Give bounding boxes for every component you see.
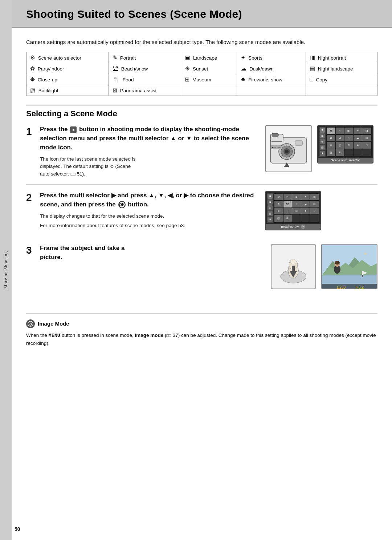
svg-point-5 (285, 150, 289, 153)
svg-point-26 (335, 261, 340, 265)
table-cell: ▧ Backlight (26, 85, 109, 96)
lcd-scene-cell: 🍴 (336, 142, 344, 149)
image-mode-heading: Image Mode (38, 321, 69, 327)
svg-point-18 (364, 253, 367, 255)
lcd-scene-cell: ✦ (354, 128, 362, 134)
step-1-camera-diagram: ★/SCENE (265, 125, 312, 172)
museum-icon: ⊞ (185, 76, 189, 83)
table-cell: ◨ Night portrait (306, 52, 377, 63)
svg-rect-6 (295, 141, 302, 145)
lcd-mode-icon-5: ★ (320, 151, 325, 156)
camera-diagram-svg: ★/SCENE (267, 127, 310, 170)
lcd-scene-cell: ▤ (362, 135, 371, 141)
step-2-sub-text-2: For more information about features of s… (40, 222, 258, 229)
step-1-main-text: Press the ■ button in shooting mode to d… (40, 125, 258, 152)
table-cell: ⊠ Panorama assist (109, 85, 181, 96)
lcd-scene-cell: ⛱ (336, 135, 344, 141)
lcd2-scene-cell: 🍴 (283, 208, 292, 214)
side-tab: More on Shooting (0, 0, 12, 540)
lcd-scene-cell: ◨ (362, 128, 371, 134)
night-portrait-icon: ◨ (310, 54, 315, 61)
step-2-sub-text-1: The display changes to that for the sele… (40, 213, 258, 220)
image-mode-q-icon: Q (26, 320, 34, 328)
sunset-icon: ☀ (185, 65, 190, 72)
lcd-scene-cell: ⊠ (336, 149, 344, 156)
lcd-scene-cell (362, 149, 371, 156)
table-row: ▧ Backlight ⊠ Panorama assist (26, 85, 377, 96)
step-1-images: ★/SCENE ■ ▣ ◎ (265, 125, 377, 178)
table-cell: ✎ Portrait (109, 52, 181, 63)
side-tab-label: More on Shooting (3, 251, 9, 289)
step-3-main-text: Frame the subject and take apicture. (40, 244, 264, 262)
step-2-main-text: Press the multi selector ▶ and press ▲, … (40, 191, 258, 209)
dusk-icon: ☁ (241, 65, 246, 72)
image-mode-section: Q Image Mode When the MENU button is pre… (26, 313, 377, 347)
lcd2-scene-cell (292, 215, 301, 222)
backlight-icon: ▧ (30, 87, 36, 94)
lcd2-scene-cell: ◨ (310, 194, 319, 200)
table-cell (237, 85, 306, 96)
svg-rect-16 (292, 266, 295, 272)
table-cell: ❋ Close-up (26, 74, 109, 85)
table-cell: ▤ Night landscape (306, 63, 377, 74)
lcd-mode-icon-3: ◎ (320, 139, 325, 144)
beach-icon: ⛱ (113, 65, 118, 72)
lcd2-scene-cell: ⊠ (283, 215, 292, 222)
table-cell (306, 85, 377, 96)
party-icon: ✿ (30, 65, 35, 72)
lcd2-scene-cell: ▤ (310, 201, 319, 207)
camera-button-icon: ■ (70, 126, 77, 133)
title-bar: Shooting Suited to Scenes (Scene Mode) (12, 0, 392, 28)
lcd-help-icon: ? (301, 225, 305, 229)
table-cell: ⛱ Beach/snow (109, 63, 181, 74)
lcd-scene-cell: ✎ (336, 128, 344, 134)
panorama-icon: ⊠ (113, 87, 117, 94)
page-container: More on Shooting Shooting Suited to Scen… (0, 0, 392, 540)
lcd-scene-cell (344, 149, 353, 156)
lcd2-scene-cell: ☁ (301, 201, 310, 207)
step-1-sub-text: The icon for the last scene mode selecte… (40, 156, 258, 178)
lcd-scene-cell: ☀ (344, 135, 353, 141)
lcd2-scene-cell (301, 215, 310, 222)
step-2: 2 Press the multi selector ▶ and press ▲… (26, 191, 377, 237)
scene-photo: 1/250 F3.2 (321, 244, 377, 289)
lcd2-scene-cell: ⊞ (292, 208, 301, 214)
sports-icon: ✦ (241, 54, 245, 61)
image-mode-icon: Q (26, 319, 35, 328)
shutter-diagram (271, 244, 316, 289)
lcd-scene-cell (354, 149, 362, 156)
lcd2-scene-cell: ✸ (301, 208, 310, 214)
table-row: ⚙ Scene auto selector ✎ Portrait ▣ Lands… (26, 52, 377, 63)
image-mode-body: When the MENU button is pressed in scene… (26, 332, 377, 347)
page-title: Shooting Suited to Scenes (Scene Mode) (26, 8, 377, 20)
lcd2-scene-cell: ✦ (301, 194, 310, 200)
table-cell: ⊞ Museum (181, 74, 237, 85)
steps-container: 1 Press the ■ button in shooting mode to… (26, 125, 377, 302)
lcd-scene-cell: ✸ (354, 142, 362, 149)
lcd-mode-icon-2: ▣ (320, 133, 325, 138)
step-1-body: Press the ■ button in shooting mode to d… (40, 125, 265, 178)
svg-rect-7 (272, 133, 278, 137)
table-row: ✿ Party/indoor ⛱ Beach/snow ☀ Sunset ☁ D… (26, 63, 377, 74)
step-3-images: 1/250 F3.2 (271, 244, 377, 289)
lcd-label-step2: Beach/snow ? (266, 224, 320, 230)
step-2-images: ■ ▣ ◎ ▤ ★ ⚙ ✎ ▣ (265, 191, 377, 230)
step-2-body: Press the multi selector ▶ and press ▲, … (40, 191, 265, 230)
step-3-number: 3 (26, 244, 40, 289)
lcd-scene-cell: ❋ (327, 142, 335, 149)
portrait-icon: ✎ (113, 54, 117, 61)
lcd2-scene-cell: □ (310, 208, 319, 214)
section-heading: Selecting a Scene Mode (26, 105, 377, 118)
table-row: ❋ Close-up 🍴 Food ⊞ Museum ✸ Fireworks s… (26, 74, 377, 85)
lcd-mode-icon-4: ▤ (320, 145, 325, 150)
lcd2-scene-cell: ❋ (274, 208, 283, 214)
table-cell: ✸ Fireworks show (237, 74, 306, 85)
lcd2-mode-icon-5: ★ (268, 217, 273, 222)
lcd2-scene-cell: ▧ (274, 215, 283, 222)
lcd2-scene-cell: ☀ (292, 201, 301, 207)
lcd2-scene-cell-selected: ⛱ (283, 201, 292, 207)
lcd2-scene-cell: ▣ (292, 194, 301, 200)
lcd-label-step1: Scene auto selector (318, 158, 373, 163)
scene-modes-table: ⚙ Scene auto selector ✎ Portrait ▣ Lands… (26, 52, 377, 96)
lcd-scene-cell: ☁ (354, 135, 362, 141)
